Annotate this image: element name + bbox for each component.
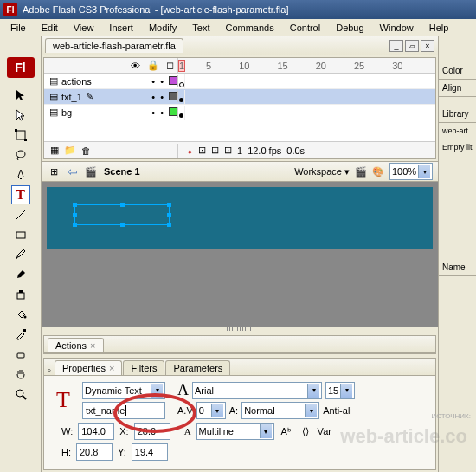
- selected-textfield[interactable]: [74, 204, 170, 225]
- line-type-select[interactable]: Multiline▾: [196, 423, 274, 440]
- current-frame: 1: [237, 145, 242, 156]
- flash-banner-icon: Fl: [7, 57, 35, 78]
- doc-close-button[interactable]: ×: [421, 40, 434, 52]
- menu-insert[interactable]: Insert: [102, 21, 140, 35]
- instance-name-input[interactable]: txt_name: [82, 402, 165, 419]
- menu-control[interactable]: Control: [283, 21, 327, 35]
- title-bar: Fl Adobe Flash CS3 Professional - [web-a…: [0, 0, 476, 19]
- lock-icon[interactable]: 🔒: [147, 60, 159, 71]
- menu-debug[interactable]: Debug: [329, 21, 370, 35]
- menu-edit[interactable]: Edit: [35, 21, 65, 35]
- tab-properties[interactable]: Properties×: [55, 360, 123, 375]
- stage[interactable]: [47, 187, 433, 249]
- selection-tool[interactable]: [11, 86, 30, 105]
- tab-filters[interactable]: Filters: [123, 360, 164, 375]
- lasso-tool[interactable]: [11, 145, 30, 165]
- layer-bg[interactable]: ▤ bg ••: [44, 105, 435, 120]
- library-doc[interactable]: web-art: [439, 123, 476, 139]
- new-folder-button[interactable]: 📁: [63, 144, 77, 158]
- menu-file[interactable]: File: [3, 21, 33, 35]
- pen-tool[interactable]: [11, 165, 30, 184]
- library-name-column[interactable]: Name: [439, 259, 476, 276]
- font-size-input[interactable]: 15▾: [325, 382, 355, 399]
- edit-symbol-icon[interactable]: 🎨: [372, 166, 384, 178]
- eyedropper-tool[interactable]: [11, 325, 30, 344]
- eraser-tool[interactable]: [11, 345, 30, 364]
- edit-multiple-icon[interactable]: ⊡: [224, 145, 232, 156]
- menu-window[interactable]: Window: [373, 21, 421, 35]
- edit-scene-icon[interactable]: 🎬: [355, 166, 367, 178]
- panel-drag-bar[interactable]: [42, 327, 438, 333]
- zoom-select[interactable]: 100%▾: [389, 163, 433, 180]
- x-input[interactable]: 28.0: [134, 423, 170, 440]
- workspace-menu[interactable]: Workspace ▾: [294, 166, 350, 178]
- subselection-tool[interactable]: [11, 106, 30, 125]
- onion-outline-icon[interactable]: ⊡: [211, 145, 219, 156]
- svg-rect-7: [19, 290, 23, 293]
- menu-commands[interactable]: Commands: [218, 21, 280, 35]
- ink-bottle-tool[interactable]: [11, 285, 30, 304]
- fps-label: 12.0 fps: [248, 145, 281, 156]
- zoom-tool[interactable]: [11, 385, 30, 404]
- text-type-select[interactable]: Dynamic Text▾: [82, 382, 165, 399]
- frame-ruler[interactable]: 1 5 10 15 20 25 30: [178, 58, 435, 73]
- scene-bar: ⊞ ⇦ 🎬 Scene 1 Workspace ▾ 🎬 🎨 100%▾: [42, 161, 438, 182]
- line-tool[interactable]: [11, 205, 30, 224]
- doc-minimize-button[interactable]: _: [389, 40, 403, 52]
- delete-layer-button[interactable]: 🗑: [79, 144, 93, 158]
- letter-spacing-input[interactable]: 0▾: [196, 402, 226, 419]
- layer-icon: ▤: [49, 91, 58, 102]
- free-transform-tool[interactable]: [11, 126, 30, 145]
- scene-name[interactable]: Scene 1: [104, 166, 140, 177]
- tab-parameters[interactable]: Parameters: [165, 360, 230, 375]
- document-tab[interactable]: web-article-flash-parametr.fla: [45, 38, 183, 53]
- layer-icon: ▤: [49, 107, 58, 118]
- height-input[interactable]: 20.8: [76, 443, 113, 461]
- brush-tool[interactable]: [11, 265, 30, 284]
- width-input[interactable]: 104.0: [78, 423, 114, 440]
- close-icon[interactable]: ×: [90, 340, 95, 351]
- svg-rect-5: [16, 232, 25, 238]
- source-label: ИСТОЧНИК:: [431, 412, 471, 420]
- new-layer-button[interactable]: ▦: [48, 144, 61, 158]
- paint-bucket-tool[interactable]: [11, 305, 30, 324]
- svg-rect-2: [24, 139, 27, 141]
- h-label: H:: [61, 447, 71, 457]
- align-panel-tab[interactable]: Align: [439, 80, 476, 97]
- pencil-tool[interactable]: [11, 245, 30, 264]
- rectangle-tool[interactable]: [11, 225, 30, 244]
- antialias-label: A:: [229, 405, 238, 416]
- html-toggle[interactable]: ⟨⟩: [299, 424, 312, 438]
- timeline-toggle-icon[interactable]: ⊞: [47, 165, 61, 178]
- center-area: web-article-flash-parametr.fla _ ▱ × 👁 🔒…: [42, 36, 438, 472]
- color-panel-tab[interactable]: Color: [439, 62, 476, 80]
- y-input[interactable]: 19.4: [132, 443, 168, 461]
- svg-point-8: [23, 316, 26, 319]
- var-label: Var: [318, 426, 331, 436]
- playhead-icon: ⬥: [187, 145, 193, 156]
- layer-txt1[interactable]: ▤ txt_1 ✎ ••: [44, 89, 435, 105]
- svg-rect-6: [17, 293, 24, 299]
- svg-rect-0: [16, 131, 25, 139]
- text-tool[interactable]: T: [11, 185, 30, 204]
- menu-bar: File Edit View Insert Modify Text Comman…: [0, 19, 476, 36]
- back-arrow-icon[interactable]: ⇦: [68, 165, 78, 178]
- layer-actions[interactable]: ▤ actions ••: [44, 74, 435, 89]
- outline-icon[interactable]: ◻: [166, 60, 174, 71]
- selectable-toggle[interactable]: Aᵇ: [280, 424, 293, 438]
- layer-icon: ▤: [49, 75, 58, 87]
- onion-skin-icon[interactable]: ⊡: [198, 145, 206, 156]
- menu-modify[interactable]: Modify: [142, 21, 183, 35]
- menu-view[interactable]: View: [67, 21, 101, 35]
- menu-help[interactable]: Help: [422, 21, 456, 35]
- hand-tool[interactable]: [11, 365, 30, 384]
- menu-text[interactable]: Text: [185, 21, 216, 35]
- x-label: X:: [119, 426, 128, 436]
- actions-tab[interactable]: Actions×: [48, 338, 104, 352]
- doc-restore-button[interactable]: ▱: [405, 40, 419, 52]
- svg-line-12: [23, 396, 26, 399]
- eye-icon[interactable]: 👁: [131, 61, 140, 71]
- font-select[interactable]: Arial▾: [192, 382, 322, 399]
- library-panel-tab[interactable]: Library: [439, 106, 476, 123]
- antialias-select[interactable]: Normal▾: [241, 402, 319, 419]
